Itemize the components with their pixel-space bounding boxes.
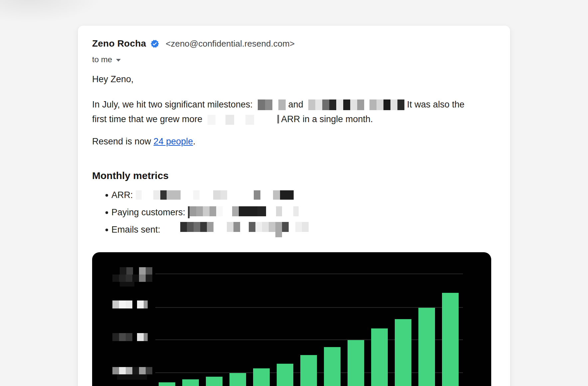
redaction-pixel-block [336, 99, 343, 110]
paragraph-text: ARR in a single month. [281, 114, 373, 124]
sender-address: <zeno@confidential.resend.com> [166, 39, 295, 49]
redaction-pixel-block [376, 99, 383, 110]
redaction-pixel-block [112, 333, 119, 341]
redaction-pixel-block [137, 333, 144, 341]
redaction-pixel-block [280, 190, 294, 200]
redaction-pixel-block [112, 275, 119, 282]
redaction-pixel-block [273, 190, 280, 200]
redaction-pixel-block [322, 99, 329, 110]
redaction-pixel-block [257, 206, 266, 216]
redaction-pixel-block [120, 267, 126, 275]
redaction-pixel-block [119, 333, 126, 341]
redaction-pixel-block [258, 99, 265, 110]
redaction-pixel-block [194, 222, 200, 232]
redaction-pixel-block [397, 99, 404, 110]
chart-bar [395, 319, 411, 386]
redaction-pixel-block [119, 367, 126, 374]
redaction-pixel-block [293, 206, 299, 216]
redaction-pixel-block [146, 367, 152, 374]
email-card: Zeno Rocha <zeno@confidential.resend.com… [78, 26, 510, 386]
paragraph-text: first time that we grew more [92, 114, 203, 124]
redaction-pixel-block [167, 190, 181, 200]
redaction-pixel-block [269, 222, 275, 232]
redaction-pixel-block [265, 99, 272, 110]
redaction-pixel-block [203, 206, 210, 216]
chart-bar [324, 347, 341, 386]
metric-item-paying-customers: Paying customers: [92, 207, 309, 218]
redaction-pixel-block [295, 222, 302, 232]
paragraph-line-2: first time that we grew more ARR in a si… [92, 112, 464, 126]
redaction-pixel-block [139, 367, 146, 374]
metric-label: ARR: [111, 190, 133, 200]
redaction-pixel-block [315, 99, 322, 110]
redaction-pixel-block [144, 300, 148, 308]
team-text-period: . [193, 136, 196, 146]
chart-ylabel-redacted [112, 300, 148, 308]
chart-bar [348, 340, 364, 386]
redaction-pixel-block [153, 190, 160, 200]
redaction-pixel-block [119, 275, 126, 282]
redaction-pixel-block [282, 222, 289, 232]
chart-bar [442, 293, 459, 386]
chart-bar [277, 364, 293, 386]
redaction-pixel-block [196, 206, 203, 216]
redaction-pixel-block [137, 300, 144, 308]
paragraph-text: In July, we hit two significant mileston… [92, 99, 253, 109]
redaction-pixel-block [232, 206, 239, 216]
chart-ylabel-redacted [117, 374, 147, 380]
redaction-pixel-block [126, 367, 132, 374]
redaction-pixel-block [112, 367, 119, 374]
redaction-pixel-block [207, 222, 214, 232]
redaction-pixel-block [208, 115, 216, 125]
redaction-pixel-block [160, 190, 167, 200]
redaction-pixel-block [275, 222, 282, 237]
redaction-pixel-block [136, 190, 142, 200]
redaction-pixel-block [383, 99, 390, 110]
redaction-pixel-block [210, 206, 216, 216]
redaction-pixel-block [126, 300, 132, 308]
recipient-dropdown[interactable]: to me [92, 55, 121, 64]
redaction-pixel-block [277, 115, 279, 123]
chart-bar [371, 328, 388, 386]
redaction-pixel-block [245, 115, 254, 125]
email-header: Zeno Rocha <zeno@confidential.resend.com… [92, 38, 295, 49]
paragraph-line-1: In July, we hit two significant mileston… [92, 97, 464, 112]
milestones-paragraph: In July, we hit two significant mileston… [92, 97, 464, 126]
redaction-pixel-block [126, 275, 132, 282]
metric-item-arr: ARR: [92, 190, 309, 200]
redaction-pixel-block [390, 99, 397, 110]
redaction-pixel-block [187, 222, 194, 232]
redaction-pixel-block [146, 275, 152, 282]
metric-label: Paying customers: [111, 207, 185, 218]
redaction-pixel-block [120, 282, 134, 287]
chart-ylabel-redacted [112, 333, 148, 341]
redaction-pixel-block [225, 115, 234, 125]
redaction-pixel-block [249, 222, 255, 232]
redaction-pixel-block [193, 190, 200, 200]
redaction-pixel-block [308, 99, 315, 110]
redaction-pixel-block [126, 267, 133, 275]
chart-bar [418, 308, 435, 386]
chart-gridline [155, 307, 463, 308]
redaction-pixel-block [276, 206, 282, 216]
chart-ylabel-redacted [112, 275, 152, 282]
redaction-pixel-block [144, 333, 148, 341]
paragraph-text: and [288, 99, 303, 109]
redaction-pixel-block [254, 190, 260, 200]
redaction-pixel-block [180, 222, 187, 232]
growth-bar-chart [92, 252, 491, 386]
metrics-heading: Monthly metrics [92, 170, 169, 181]
greeting-text: Hey Zeno, [92, 74, 134, 85]
redaction-pixel-block [200, 222, 207, 232]
chart-bar [206, 377, 222, 386]
metric-label: Emails sent: [111, 225, 160, 235]
chart-bar [300, 355, 317, 386]
chart-bar [229, 373, 246, 386]
redaction-pixel-block [213, 190, 220, 200]
people-count-link[interactable]: 24 people [154, 136, 193, 146]
redaction-pixel-block [139, 275, 146, 282]
redaction-pixel-block [117, 374, 147, 380]
redaction-pixel-block [190, 206, 196, 216]
redaction-pixel-block [233, 222, 240, 232]
redaction-pixel-block [227, 222, 233, 232]
